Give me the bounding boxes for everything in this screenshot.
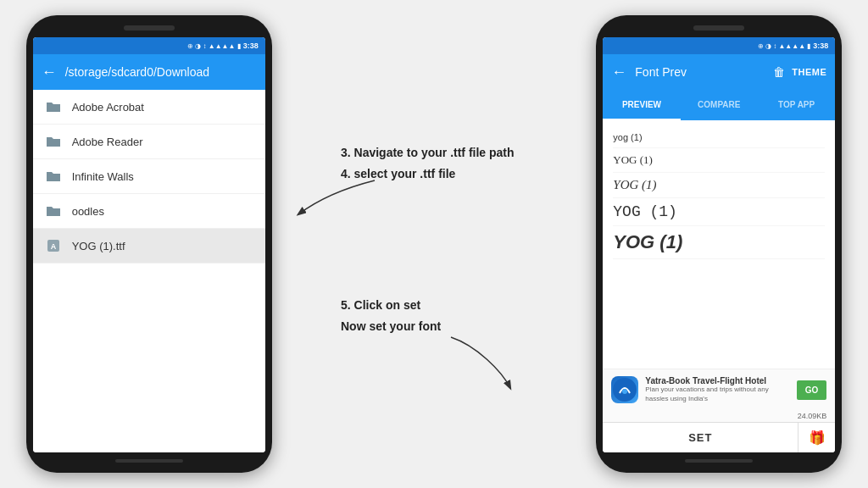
tab-preview[interactable]: PREVIEW [603, 90, 680, 120]
bottom-action-bar: SET 🎁 [603, 422, 835, 452]
file-name-label: Infinite Walls [72, 170, 134, 183]
tab-compare[interactable]: COMPARE [681, 90, 758, 120]
left-status-icons: ⊕ ◑ ↕ ▲▲▲▲ ▮ [187, 42, 241, 50]
file-name-label: Adobe Acrobat [72, 101, 144, 114]
right-app-bar-actions: 🗑 THEME [773, 65, 826, 79]
left-home-bar [115, 459, 183, 463]
right-status-bar: ⊕ ◑ ↕ ▲▲▲▲ ▮ 3:38 [603, 37, 835, 54]
font-preview-item: YOG (1) [613, 173, 825, 198]
left-app-bar-title: /storage/sdcard0/Download [65, 65, 257, 79]
trash-icon[interactable]: 🗑 [773, 65, 785, 79]
ad-description: Plan your vacations and trips without an… [645, 385, 789, 403]
left-back-button[interactable]: ← [42, 64, 57, 81]
left-file-list: Adobe Acrobat Adobe Reader Infinite Wall… [33, 90, 265, 452]
list-item[interactable]: A YOG (1).ttf [33, 229, 265, 263]
right-status-time: 3:38 [813, 42, 828, 50]
folder-icon [45, 202, 62, 219]
list-item[interactable]: Infinite Walls [33, 159, 265, 194]
font-preview-list: yog (1) YOG (1) YOG (1) YOG (1) YOG (1) [603, 120, 835, 369]
left-phone: ⊕ ◑ ↕ ▲▲▲▲ ▮ 3:38 ← /storage/sdcard0/Dow… [26, 15, 272, 473]
gift-button[interactable]: 🎁 [798, 423, 835, 452]
tab-top-app[interactable]: TOP APP [758, 90, 835, 120]
list-item[interactable]: Adobe Acrobat [33, 90, 265, 125]
left-status-bar: ⊕ ◑ ↕ ▲▲▲▲ ▮ 3:38 [33, 37, 265, 54]
left-status-time: 3:38 [243, 42, 259, 50]
signal-icons-right: ⊕ ◑ ↕ ▲▲▲▲ ▮ [758, 42, 811, 50]
right-app-bar-title: Font Prev [635, 65, 765, 79]
tab-bar: PREVIEW COMPARE TOP APP [603, 90, 835, 120]
file-size-label: 24.09KB [603, 410, 835, 422]
folder-icon [45, 98, 62, 115]
annotation-2: 5. Click on setNow set your font [341, 295, 441, 337]
left-phone-screen: ⊕ ◑ ↕ ▲▲▲▲ ▮ 3:38 ← /storage/sdcard0/Dow… [33, 37, 265, 452]
file-name-label: oodles [72, 205, 104, 218]
signal-icons: ⊕ ◑ ↕ ▲▲▲▲ ▮ [187, 42, 241, 50]
list-item[interactable]: oodles [33, 194, 265, 229]
file-name-label: YOG (1).ttf [72, 240, 125, 252]
annotation-container: 3. Navigate to your .ttf file path4. sel… [290, 15, 578, 473]
font-preview-item: YOG (1) [613, 198, 825, 226]
font-preview-item: yog (1) [613, 127, 825, 148]
font-file-icon: A [45, 237, 62, 254]
file-name-label: Adobe Reader [72, 136, 143, 148]
right-status-icons: ⊕ ◑ ↕ ▲▲▲▲ ▮ [758, 42, 811, 50]
font-preview-item: YOG (1) [613, 148, 825, 173]
right-phone: ⊕ ◑ ↕ ▲▲▲▲ ▮ 3:38 ← Font Prev 🗑 THEME PR… [596, 15, 842, 473]
right-home-bar [685, 459, 753, 463]
annotation-arrows-svg [290, 15, 578, 473]
right-phone-speaker [693, 25, 744, 30]
folder-icon [45, 133, 62, 150]
svg-text:A: A [50, 242, 56, 251]
right-app-bar: ← Font Prev 🗑 THEME [603, 54, 835, 90]
right-back-button[interactable]: ← [611, 64, 626, 81]
annotation-text-2: 5. Click on setNow set your font [341, 295, 441, 337]
theme-button[interactable]: THEME [792, 67, 826, 77]
go-button[interactable]: GO [797, 380, 827, 400]
left-app-bar: ← /storage/sdcard0/Download [33, 54, 265, 90]
left-phone-speaker [124, 25, 175, 30]
set-button[interactable]: SET [603, 423, 798, 452]
font-preview-item: YOG (1) [613, 226, 825, 259]
folder-icon [45, 168, 62, 185]
ad-text-block: Yatra-Book Travel-Flight Hotel Plan your… [645, 376, 789, 403]
list-item[interactable]: Adobe Reader [33, 125, 265, 159]
svg-point-3 [622, 389, 627, 394]
ad-title: Yatra-Book Travel-Flight Hotel [645, 376, 789, 385]
ad-card: Yatra-Book Travel-Flight Hotel Plan your… [603, 369, 835, 410]
annotation-text-1: 3. Navigate to your .ttf file path4. sel… [341, 142, 515, 185]
annotation-1: 3. Navigate to your .ttf file path4. sel… [341, 142, 515, 185]
ad-app-icon [611, 376, 638, 403]
right-phone-screen: ⊕ ◑ ↕ ▲▲▲▲ ▮ 3:38 ← Font Prev 🗑 THEME PR… [603, 37, 835, 452]
